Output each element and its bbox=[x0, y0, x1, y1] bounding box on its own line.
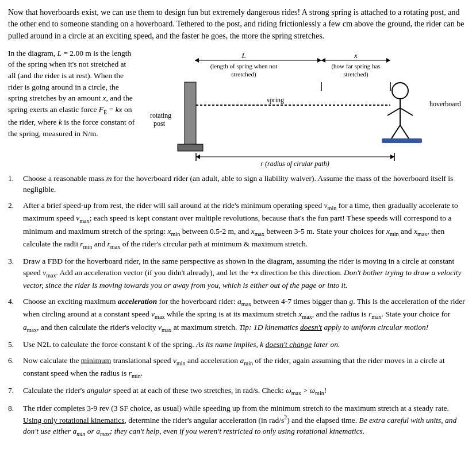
q7-text: Calculate the rider's angular speed at a… bbox=[23, 385, 468, 397]
q5-number: 5. bbox=[8, 339, 20, 350]
q2-text: After a brief speed-up from rest, the ri… bbox=[23, 200, 468, 251]
questions-list: 1. Choose a reasonable mass m for the ho… bbox=[8, 173, 468, 439]
svg-rect-15 bbox=[185, 82, 196, 145]
question-7: 7. Calculate the rider's angular speed a… bbox=[8, 385, 468, 397]
q4-text: Choose an exciting maximum acceleration … bbox=[23, 296, 468, 334]
left-diagram-text: In the diagram, L = 2.00 m is the length… bbox=[8, 48, 140, 139]
question-1: 1. Choose a reasonable mass m for the ho… bbox=[8, 173, 468, 195]
svg-line-22 bbox=[400, 108, 413, 115]
svg-marker-7 bbox=[321, 58, 325, 63]
svg-text:spring: spring bbox=[267, 96, 284, 104]
svg-text:(length of spring when not: (length of spring when not bbox=[210, 63, 278, 70]
svg-text:post: post bbox=[153, 119, 166, 128]
svg-text:rotating: rotating bbox=[150, 111, 171, 119]
diagram-image: L (length of spring when not stretched) … bbox=[140, 48, 468, 168]
svg-point-19 bbox=[392, 83, 408, 99]
q3-number: 3. bbox=[8, 256, 20, 267]
svg-rect-16 bbox=[178, 144, 203, 151]
svg-marker-30 bbox=[196, 155, 200, 159]
svg-text:L: L bbox=[241, 51, 245, 60]
svg-marker-31 bbox=[390, 155, 394, 159]
q2-number: 2. bbox=[8, 200, 20, 211]
question-8: 8. The rider completes 3-9 rev (3 SF cho… bbox=[8, 403, 468, 439]
svg-text:r (radius of cirular path): r (radius of cirular path) bbox=[260, 160, 329, 168]
q7-number: 7. bbox=[8, 385, 20, 396]
question-5: 5. Use N2L to calculate the force consta… bbox=[8, 339, 468, 350]
q6-text: Now calculate the minimum translational … bbox=[23, 355, 468, 381]
question-4: 4. Choose an exciting maximum accelerati… bbox=[8, 296, 468, 334]
question-6: 6. Now calculate the minimum translation… bbox=[8, 355, 468, 381]
q3-text: Draw a FBD for the hoverboard rider, in … bbox=[23, 256, 468, 291]
q8-text: The rider completes 3-9 rev (3 SF choice… bbox=[23, 403, 468, 439]
svg-marker-8 bbox=[386, 58, 390, 63]
svg-rect-25 bbox=[382, 138, 422, 143]
q6-number: 6. bbox=[8, 355, 20, 366]
svg-line-21 bbox=[387, 108, 400, 115]
svg-line-23 bbox=[391, 125, 400, 138]
svg-marker-2 bbox=[317, 58, 321, 63]
svg-text:stretched): stretched) bbox=[343, 71, 368, 78]
q1-text: Choose a reasonable mass m for the hover… bbox=[23, 173, 468, 195]
q5-text: Use N2L to calculate the force constant … bbox=[23, 339, 468, 350]
question-2: 2. After a brief speed-up from rest, the… bbox=[8, 200, 468, 251]
intro-paragraph: Now that hoverboards exist, we can use t… bbox=[8, 7, 468, 42]
q4-number: 4. bbox=[8, 296, 20, 307]
svg-marker-1 bbox=[195, 58, 199, 63]
q8-number: 8. bbox=[8, 403, 20, 414]
svg-text:x: x bbox=[354, 51, 358, 60]
svg-line-24 bbox=[400, 125, 409, 138]
q1-number: 1. bbox=[8, 173, 20, 184]
svg-text:(how far spring has: (how far spring has bbox=[331, 63, 380, 70]
svg-text:stretched): stretched) bbox=[231, 71, 256, 78]
diagram-section: In the diagram, L = 2.00 m is the length… bbox=[8, 48, 468, 168]
question-3: 3. Draw a FBD for the hoverboard rider, … bbox=[8, 256, 468, 291]
svg-text:hoverboard: hoverboard bbox=[429, 100, 461, 108]
